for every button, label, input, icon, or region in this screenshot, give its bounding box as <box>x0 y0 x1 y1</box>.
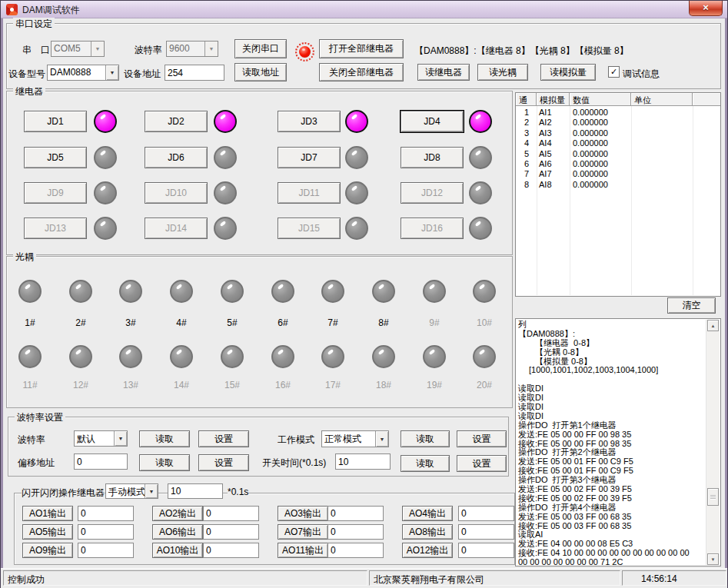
opto-label-3#: 3# <box>115 317 146 328</box>
clear-log-button[interactable]: 清空 <box>667 297 716 314</box>
scroll-up-icon[interactable]: ▲ <box>707 320 719 331</box>
relay-led-4 <box>469 110 492 133</box>
analog-channel: 7 <box>520 169 534 178</box>
close-all-relays-button[interactable]: 关闭全部继电器 <box>319 63 404 81</box>
relay-button-jd8[interactable]: JD8 <box>401 147 464 168</box>
serial-open-indicator-led <box>299 46 311 58</box>
th-unit: 单位 <box>631 93 693 106</box>
read-opto-button[interactable]: 读光耦 <box>477 64 528 81</box>
opto-led-9# <box>423 280 446 303</box>
opto-label-11#: 11# <box>15 380 45 390</box>
ao-input-6[interactable] <box>203 524 259 540</box>
open-all-relays-button[interactable]: 打开全部继电器 <box>319 39 404 58</box>
device-addr-input[interactable] <box>165 65 224 81</box>
ao-input-4[interactable] <box>458 506 514 521</box>
ao-output-group: AO1输出AO2输出AO3输出AO4输出AO5输出AO6输出AO7输出AO8输出… <box>14 493 515 565</box>
ao-input-7[interactable] <box>327 524 384 540</box>
opto-led-5# <box>221 280 244 303</box>
status-message: 控制成功 <box>3 570 367 586</box>
device-summary: 【DAM0888】:【继电器 8】【光耦 8】【模拟量 8】 <box>414 45 629 58</box>
scroll-down-icon[interactable]: ▼ <box>707 553 719 565</box>
read-addr-button[interactable]: 读取地址 <box>234 63 287 81</box>
close-serial-button[interactable]: 关闭串口 <box>234 39 287 58</box>
port-select-value: COM5 <box>52 42 91 56</box>
ao-button-8[interactable]: AO8输出 <box>402 524 453 540</box>
offset-set-button[interactable]: 设置 <box>198 454 249 471</box>
ao-button-9[interactable]: AO9输出 <box>22 543 73 558</box>
ao-input-8[interactable] <box>458 524 514 540</box>
device-addr-label: 设备地址 <box>124 68 161 81</box>
ao-button-3[interactable]: AO3输出 <box>278 506 328 521</box>
analog-channel: 3 <box>520 128 534 138</box>
chevron-down-icon[interactable]: ▼ <box>114 431 127 446</box>
opto-label-1#: 1# <box>15 317 45 328</box>
close-button[interactable]: × <box>689 1 723 16</box>
work-mode-select[interactable]: 正常模式 ▼ <box>321 430 389 447</box>
device-model-select[interactable]: DAM0888 ▼ <box>47 65 119 81</box>
switch-time-read-button[interactable]: 读取 <box>401 455 450 472</box>
read-analog-button[interactable]: 读模拟量 <box>540 64 596 81</box>
opto-label-7#: 7# <box>317 317 348 328</box>
switch-time-set-button[interactable]: 设置 <box>457 455 507 472</box>
log-scrollbar[interactable]: ▲ ▼ <box>706 320 720 565</box>
ao-button-5[interactable]: AO5输出 <box>22 524 73 540</box>
chevron-down-icon[interactable]: ▼ <box>105 65 118 80</box>
ao-button-2[interactable]: AO2输出 <box>152 506 203 521</box>
relay-button-jd6[interactable]: JD6 <box>145 147 208 168</box>
chevron-down-icon[interactable]: ▼ <box>145 484 158 498</box>
read-relays-button[interactable]: 读继电器 <box>417 64 470 81</box>
flash-time-unit: *0.1s <box>228 487 248 497</box>
relay-button-jd1[interactable]: JD1 <box>24 111 87 132</box>
relay-button-jd13: JD13 <box>24 218 87 239</box>
relay-button-jd7[interactable]: JD7 <box>278 147 341 168</box>
ao-button-6[interactable]: AO6输出 <box>152 524 203 540</box>
relay-button-jd2[interactable]: JD2 <box>145 111 208 132</box>
offset-read-button[interactable]: 读取 <box>139 454 190 471</box>
chevron-down-icon[interactable]: ▼ <box>375 431 388 447</box>
ao-input-12[interactable] <box>458 543 514 558</box>
analog-table: 通 模拟量 数值 单位 1AI10.0000002AI20.0000003AI3… <box>515 92 721 297</box>
baudrate-read-button[interactable]: 读取 <box>139 430 190 447</box>
work-mode-read-button[interactable]: 读取 <box>401 430 450 447</box>
serial-settings-group: 串口设定 串 口 COM5 ▼ 波特率 9600 ▼ 关闭串口 打开全部继电器 … <box>6 23 721 89</box>
scroll-thumb[interactable] <box>707 488 719 506</box>
offset-addr-input[interactable] <box>74 453 128 470</box>
chevron-down-icon: ▼ <box>204 42 218 56</box>
port-label: 串 口 <box>22 44 50 57</box>
flash-mode-value: 手动模式 <box>106 484 145 498</box>
flash-time-input[interactable] <box>168 483 223 499</box>
ao-button-7[interactable]: AO7输出 <box>278 524 328 540</box>
opto-led-11# <box>18 345 42 368</box>
device-model-label: 设备型号 <box>8 68 45 81</box>
log-line: [1000,1001,1002,1003,1004,1000] <box>518 366 705 375</box>
ao-button-10[interactable]: AO10输出 <box>152 543 203 558</box>
debug-info-checkbox[interactable]: ✓ <box>608 66 620 78</box>
ao-input-2[interactable] <box>203 506 259 521</box>
ao-input-5[interactable] <box>78 524 134 540</box>
log-panel[interactable]: 列【DAM0888】: 【继电器 0-8】 【光耦 0-8】 【模拟量 0-8】… <box>515 318 721 566</box>
ao-input-3[interactable] <box>327 506 384 521</box>
relay-led-8 <box>469 146 492 169</box>
ao-button-11[interactable]: AO11输出 <box>278 543 328 558</box>
ao-button-12[interactable]: AO12输出 <box>402 543 453 558</box>
relay-button-jd3[interactable]: JD3 <box>278 111 341 132</box>
relay-led-11 <box>345 181 368 204</box>
work-mode-set-button[interactable]: 设置 <box>457 430 507 447</box>
relay-button-jd5[interactable]: JD5 <box>24 147 87 168</box>
relay-button-jd4[interactable]: JD4 <box>401 111 464 132</box>
ao-button-1[interactable]: AO1输出 <box>22 506 73 521</box>
switch-time-input[interactable] <box>335 453 391 470</box>
ao-input-1[interactable] <box>78 506 134 521</box>
ao-button-4[interactable]: AO4输出 <box>402 506 453 521</box>
titlebar[interactable]: DAM调试软件 × <box>1 1 727 18</box>
baudrate-select[interactable]: 默认 ▼ <box>74 430 128 447</box>
ao-input-11[interactable] <box>327 543 384 558</box>
opto-led-16# <box>271 345 294 368</box>
analog-channel: 1 <box>520 108 534 117</box>
ao-input-10[interactable] <box>203 543 259 558</box>
flash-mode-select[interactable]: 手动模式 ▼ <box>105 483 158 499</box>
ao-input-9[interactable] <box>78 543 134 558</box>
baudrate-set-button[interactable]: 设置 <box>198 430 249 447</box>
relay-led-10 <box>214 181 237 204</box>
opto-led-6# <box>271 280 294 303</box>
